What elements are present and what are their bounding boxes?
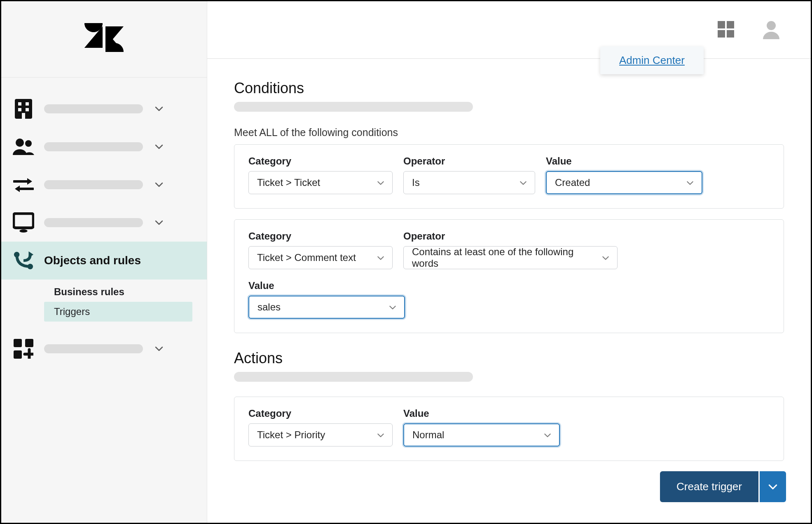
actions-title: Actions — [234, 350, 784, 367]
flow-icon — [13, 250, 34, 271]
condition-card-1: Category Ticket > Ticket Operator Is — [234, 144, 784, 209]
dropdown-value: Ticket > Priority — [257, 429, 325, 441]
user-icon[interactable] — [761, 19, 782, 40]
dropdown-cond1-value[interactable]: Created — [546, 171, 702, 194]
dropdown-action1-category[interactable]: Ticket > Priority — [248, 423, 393, 446]
dropdown-cond1-category[interactable]: Ticket > Ticket — [248, 171, 393, 194]
svg-rect-5 — [22, 113, 25, 119]
svg-rect-17 — [718, 30, 725, 38]
main: Admin Center Conditions Meet ALL of the … — [207, 1, 811, 523]
nav-placeholder — [44, 142, 143, 151]
svg-point-6 — [16, 139, 24, 147]
chevron-down-icon — [153, 103, 165, 115]
arrows-icon — [13, 174, 34, 195]
chevron-down-icon — [768, 482, 778, 492]
app-frame: Objects and rules Business rules Trigger… — [0, 0, 812, 524]
monitor-icon — [13, 212, 34, 233]
label-operator: Operator — [403, 230, 618, 242]
create-trigger-group: Create trigger — [660, 471, 786, 502]
products-icon[interactable] — [716, 19, 737, 40]
svg-rect-18 — [727, 30, 734, 38]
sidebar: Objects and rules Business rules Trigger… — [1, 1, 207, 523]
people-icon — [13, 136, 34, 157]
dropdown-cond1-operator[interactable]: Is — [403, 171, 535, 194]
chevron-down-icon — [153, 216, 165, 229]
brand-logo — [1, 1, 207, 78]
svg-point-19 — [767, 21, 776, 30]
svg-rect-2 — [26, 102, 29, 106]
label-category: Category — [248, 230, 393, 242]
zendesk-logo-icon — [84, 23, 124, 55]
svg-rect-13 — [25, 339, 33, 347]
nav-placeholder — [44, 218, 143, 227]
content: Conditions Meet ALL of the following con… — [207, 59, 811, 471]
dropdown-cond2-category[interactable]: Ticket > Comment text — [248, 246, 393, 269]
chevron-down-icon — [153, 179, 165, 191]
dropdown-cond2-operator[interactable]: Contains at least one of the following w… — [403, 246, 618, 269]
svg-point-9 — [19, 229, 27, 233]
chevron-down-icon — [153, 141, 165, 153]
svg-rect-3 — [18, 108, 21, 111]
chevron-down-icon — [601, 253, 611, 262]
label-operator: Operator — [403, 155, 535, 167]
nav-placeholder — [44, 180, 143, 189]
condition-card-2: Category Ticket > Comment text Operator … — [234, 219, 784, 333]
conditions-subheading: Meet ALL of the following conditions — [234, 127, 784, 139]
chevron-down-icon — [543, 430, 552, 439]
svg-rect-8 — [14, 214, 33, 228]
svg-point-7 — [25, 140, 32, 147]
action-card-1: Category Ticket > Priority Value Normal — [234, 397, 784, 461]
sub-heading-business-rules[interactable]: Business rules — [47, 282, 207, 302]
create-trigger-split-button[interactable] — [760, 471, 786, 502]
chevron-down-icon — [153, 343, 165, 355]
dropdown-value: Normal — [412, 429, 444, 441]
nav-sub-items: Business rules Triggers — [1, 280, 207, 330]
svg-rect-15 — [718, 21, 725, 28]
nav-placeholder — [44, 104, 143, 113]
dropdown-value: Is — [412, 177, 420, 188]
nav-item-objects-rules[interactable]: Objects and rules — [1, 242, 207, 280]
nav-list: Objects and rules Business rules Trigger… — [1, 78, 207, 380]
conditions-title: Conditions — [234, 80, 784, 97]
footer: Create trigger — [207, 471, 811, 523]
dropdown-value: Ticket > Ticket — [257, 177, 320, 188]
svg-rect-1 — [18, 102, 21, 106]
apps-plus-icon — [13, 338, 34, 360]
svg-rect-16 — [727, 21, 734, 28]
create-trigger-button[interactable]: Create trigger — [660, 471, 758, 502]
chevron-down-icon — [377, 178, 386, 187]
dropdown-action1-value[interactable]: Normal — [403, 423, 560, 446]
topbar — [207, 1, 811, 59]
svg-rect-14 — [14, 350, 22, 359]
nav-label-objects-rules: Objects and rules — [44, 254, 141, 267]
label-category: Category — [248, 408, 393, 419]
nav-item-account[interactable] — [1, 90, 207, 128]
nav-item-people[interactable] — [1, 128, 207, 166]
chevron-down-icon — [377, 430, 386, 439]
nav-item-apps[interactable] — [1, 330, 207, 368]
chevron-down-icon — [519, 178, 528, 187]
dropdown-value: Contains at least one of the following w… — [412, 246, 596, 269]
chevron-down-icon — [388, 303, 398, 312]
label-category: Category — [248, 155, 393, 167]
svg-rect-12 — [14, 339, 22, 347]
chevron-down-icon — [686, 178, 695, 187]
nav-item-workspaces[interactable] — [1, 204, 207, 242]
label-value: Value — [546, 155, 702, 167]
nav-placeholder — [44, 344, 143, 353]
description-placeholder — [234, 372, 473, 382]
svg-rect-4 — [26, 108, 29, 111]
chevron-down-icon — [377, 253, 386, 262]
dropdown-value: sales — [257, 301, 281, 313]
label-value: Value — [248, 280, 405, 291]
description-placeholder — [234, 102, 473, 112]
dropdown-value: Created — [555, 177, 590, 188]
nav-item-channels[interactable] — [1, 166, 207, 204]
label-value: Value — [403, 408, 560, 419]
dropdown-value: Ticket > Comment text — [257, 252, 356, 263]
admin-center-badge[interactable]: Admin Center — [600, 47, 704, 74]
dropdown-cond2-value[interactable]: sales — [248, 296, 405, 319]
sub-item-triggers[interactable]: Triggers — [44, 302, 192, 322]
building-icon — [13, 98, 34, 120]
